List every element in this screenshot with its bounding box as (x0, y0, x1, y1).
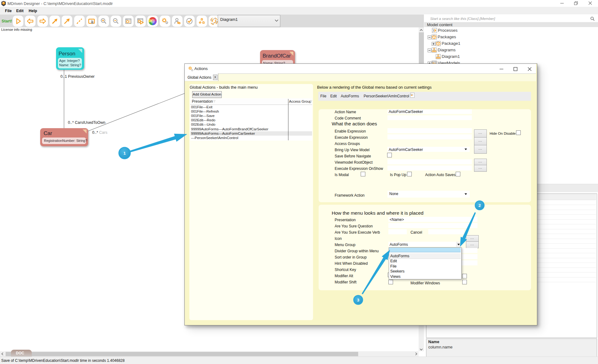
svg-text:1: 1 (123, 151, 126, 156)
svg-text:3: 3 (357, 298, 359, 302)
svg-text:2: 2 (478, 203, 481, 208)
